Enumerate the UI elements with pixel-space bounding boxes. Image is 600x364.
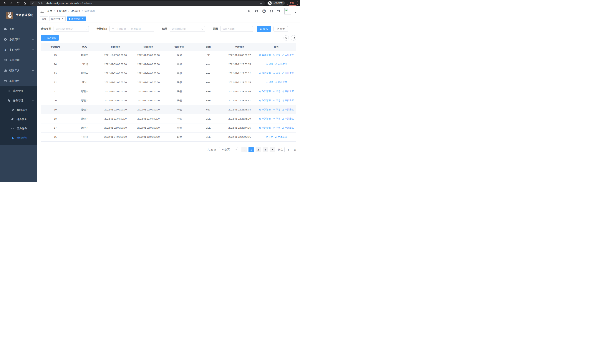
action-detail-link[interactable]: 详情	[272, 126, 280, 129]
browser-menu-icon[interactable]	[296, 2, 296, 4]
next-page-button[interactable]	[270, 147, 275, 152]
cell-type: 事假	[165, 105, 194, 114]
cell-reason: eee	[194, 69, 223, 78]
action-detail-link[interactable]: 详情	[272, 117, 280, 120]
app-logo[interactable]: 芋道管理系统	[0, 6, 37, 24]
browser-forward-icon[interactable]	[9, 1, 14, 6]
apply-time-range-picker[interactable]: 开始日期 - 结束日期	[109, 26, 154, 32]
create-leave-button[interactable]: 发起请假	[41, 35, 59, 41]
font-size-icon[interactable]: TT	[277, 9, 281, 13]
update-label[interactable]: 更新	[290, 1, 294, 5]
sidebar-item-devtools[interactable]: 研发工具	[0, 65, 37, 76]
action-progress-link[interactable]: 审批进度	[282, 117, 294, 120]
toggle-search-button[interactable]	[283, 35, 289, 41]
eye-icon	[272, 118, 275, 120]
sidebar-item-leave-query[interactable]: 请假查询	[0, 133, 37, 142]
action-progress-link[interactable]: 审批进度	[282, 108, 294, 111]
action-progress-link[interactable]: 审批进度	[275, 81, 287, 84]
app-title: 芋道管理系统	[16, 13, 33, 17]
sidebar-item-my-process[interactable]: 我的流程	[0, 105, 37, 115]
action-detail-link[interactable]: 详情	[272, 99, 280, 102]
cell-start: 2021-12-27 00:00:00	[99, 51, 132, 60]
action-detail-link[interactable]: 详情	[272, 54, 280, 57]
breadcrumb-home[interactable]: 首页	[47, 9, 52, 13]
tab-process-detail[interactable]: 流程详情 ×	[49, 17, 66, 21]
search-button[interactable]: 搜索	[257, 26, 271, 32]
sidebar-item-workflow[interactable]: 工作流程	[0, 76, 37, 86]
browser-home-icon[interactable]	[22, 1, 28, 6]
sidebar-item-todo-tasks[interactable]: 待办任务	[0, 115, 37, 124]
browser-reload-icon[interactable]	[15, 1, 21, 6]
tab-leave-query[interactable]: 请假查询 ×	[67, 17, 86, 21]
page-button-3[interactable]: 3	[262, 147, 268, 152]
action-cancel-link[interactable]: 取消请假	[259, 72, 271, 75]
table-row: 25处理中2021-12-27 00:00:002022-01-19 00:00…	[41, 51, 296, 60]
page-button-2[interactable]: 2	[255, 147, 261, 152]
goto-page-input[interactable]	[284, 147, 292, 152]
refresh-table-button[interactable]	[291, 35, 296, 41]
action-progress-link[interactable]: 审批进度	[282, 99, 294, 102]
page-header: 首页 / 工作流程 / OA 示例 / 请假查询 ? TT	[37, 6, 300, 16]
action-cancel-link[interactable]: 取消请假	[259, 90, 271, 93]
action-detail-link[interactable]: 详情	[272, 72, 280, 75]
help-icon[interactable]: ?	[262, 9, 266, 13]
sidebar-collapse-icon[interactable]	[40, 9, 44, 13]
url-text[interactable]: dashboard.yudao.iocoder.cn/bpm/oa/leave	[47, 2, 92, 5]
address-bar[interactable]: 不安全 dashboard.yudao.iocoder.cn/bpm/oa/le…	[30, 1, 265, 6]
action-progress-link[interactable]: 审批进度	[282, 72, 294, 75]
eye-icon	[272, 99, 275, 102]
breadcrumb-workflow[interactable]: 工作流程	[56, 9, 67, 13]
sidebar-item-label: 首页	[9, 28, 14, 31]
page-button-1[interactable]: 1	[248, 147, 254, 152]
bookmark-star-icon[interactable]	[259, 1, 263, 5]
action-detail-link[interactable]: 详情	[266, 81, 273, 84]
cell-reason: EEE	[194, 87, 223, 96]
sidebar-item-process-mgmt[interactable]: 流程管理	[0, 86, 37, 96]
tab-home[interactable]: 首页	[40, 17, 48, 21]
reason-input[interactable]: 请输入原因	[220, 26, 253, 32]
action-progress-link[interactable]: 审批进度	[275, 135, 287, 139]
avatar[interactable]	[284, 8, 291, 14]
action-cancel-link[interactable]: 取消请假	[259, 108, 271, 111]
sidebar-item-system[interactable]: 系统管理	[0, 34, 37, 45]
cell-end: 2022-01-22 00:00:00	[132, 78, 165, 87]
dashboard-icon	[4, 28, 7, 31]
sidebar-item-done-tasks[interactable]: 已办任务	[0, 124, 37, 133]
close-icon[interactable]: ×	[81, 18, 84, 20]
action-cancel-link[interactable]: 取消请假	[259, 54, 271, 57]
close-icon[interactable]: ×	[61, 18, 64, 20]
action-cancel-link[interactable]: 取消请假	[259, 126, 271, 129]
action-cancel-link[interactable]: 取消请假	[259, 117, 271, 120]
prev-page-button[interactable]	[242, 147, 247, 152]
sidebar-item-payment[interactable]: ¥ 支付管理	[0, 45, 37, 55]
plus-icon	[44, 37, 46, 39]
action-progress-link[interactable]: 审批进度	[282, 90, 294, 93]
action-detail-link[interactable]: 详情	[272, 90, 280, 93]
browser-update-button[interactable]: 更新	[287, 1, 298, 6]
leave-type-select[interactable]: 请选择请假类型	[54, 26, 89, 32]
action-detail-link[interactable]: 详情	[266, 135, 273, 139]
security-label[interactable]: 不安全	[36, 2, 45, 5]
cell-type: 事假	[165, 123, 194, 132]
action-label: 审批进度	[285, 54, 294, 57]
action-cancel-link[interactable]: 取消请假	[259, 99, 271, 102]
avatar-caret-icon[interactable]	[295, 12, 297, 13]
chevron-down-icon	[32, 69, 34, 72]
action-detail-link[interactable]: 详情	[266, 63, 273, 66]
action-progress-link[interactable]: 审批进度	[275, 63, 287, 66]
page-size-select[interactable]: 10条/页	[219, 147, 238, 152]
action-detail-link[interactable]: 详情	[272, 108, 280, 111]
action-progress-link[interactable]: 审批进度	[282, 126, 294, 129]
github-icon[interactable]	[255, 9, 259, 13]
header-search-icon[interactable]	[247, 9, 251, 13]
breadcrumb-oa-example[interactable]: OA 示例	[71, 9, 80, 13]
result-select[interactable]: 请选择流结果	[170, 26, 205, 32]
fullscreen-icon[interactable]	[270, 9, 273, 13]
sidebar-item-infra[interactable]: 基础设施	[0, 55, 37, 65]
sidebar-item-task-mgmt[interactable]: 任务管理	[0, 96, 37, 105]
action-progress-link[interactable]: 审批进度	[282, 54, 294, 57]
reset-button[interactable]: 重置	[273, 26, 288, 32]
sidebar: 芋道管理系统 首页 系统管理 ¥ 支付管理 基础设施	[0, 6, 37, 182]
sidebar-item-home[interactable]: 首页	[0, 24, 37, 34]
browser-back-icon[interactable]	[2, 1, 7, 6]
